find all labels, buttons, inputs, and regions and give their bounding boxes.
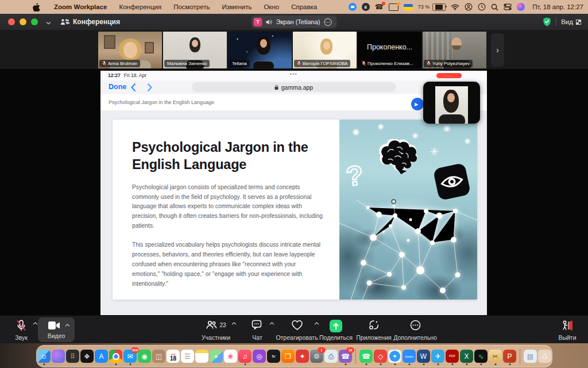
dock-icon-viber[interactable]: ☎18 (339, 350, 352, 363)
security-shield-icon[interactable] (543, 17, 551, 26)
participants-button[interactable]: 23 Участники (194, 316, 238, 344)
dock-icon-powerpoint[interactable]: P (503, 350, 516, 363)
participant-name-pill: Yuriy Polyezhayev (424, 60, 473, 67)
participant-tile[interactable]: Yuriy Polyezhayev (423, 32, 486, 68)
dock-icon-minimized-window[interactable]: ▤ (524, 350, 537, 363)
dock-icon-excel[interactable]: X (460, 350, 473, 363)
dock-icon-red-diamond-app[interactable]: ◇ (374, 350, 387, 363)
dock-icon-calendar[interactable]: 18 (167, 350, 180, 363)
dock-icon-printer[interactable]: ⎙ (324, 350, 338, 363)
control-center-icon[interactable] (504, 3, 512, 10)
dock-icon-whatsapp[interactable]: ☎ (359, 350, 373, 363)
running-indicator (466, 363, 467, 365)
dock-icon-settings[interactable]: ⚙1 (310, 350, 323, 363)
dock-icon-music[interactable]: ♫ (238, 350, 252, 363)
ipad-status-bar: 12:27Fri 18. Apr ••• (100, 71, 487, 80)
recent-items-icon[interactable] (478, 3, 486, 11)
dock-icon-apple-tv[interactable]: tv (267, 350, 280, 363)
share-screen-button[interactable]: Поделиться (318, 316, 354, 344)
wifi-icon[interactable] (451, 4, 459, 10)
forward-chevron-icon[interactable] (146, 83, 153, 92)
siri-icon[interactable] (517, 3, 525, 11)
participant-tile[interactable]: Tetiana (228, 32, 292, 68)
leave-button[interactable]: Выйти (552, 316, 582, 344)
dock-icon-facetime[interactable]: ◉ (138, 350, 151, 363)
camera-pip-overlay[interactable] (423, 82, 480, 124)
more-button[interactable]: Дополнительно (391, 316, 439, 344)
audio-button[interactable]: Звук (7, 316, 36, 344)
battery-icon[interactable] (432, 3, 446, 11)
dock-icon-zoom[interactable]: zoom (403, 350, 416, 363)
menu-window[interactable]: Окно (264, 3, 279, 10)
zoom-window-button[interactable] (31, 18, 38, 25)
dock-icon-app-store[interactable]: A (95, 350, 108, 363)
view-button[interactable]: Вид (561, 18, 581, 25)
ukraine-flag-keyboard-icon[interactable] (404, 4, 413, 10)
menu-help[interactable]: Справка (291, 3, 317, 10)
dock-icon-photos[interactable]: ❀ (224, 350, 237, 363)
minimize-window-button[interactable] (20, 18, 26, 25)
address-bar[interactable]: gamma.app (192, 82, 396, 92)
collapse-chevron-icon[interactable] (46, 17, 51, 27)
react-button[interactable]: Отреагировать (273, 316, 320, 344)
dock-icon-finder[interactable]: ☺ (37, 350, 51, 363)
dock-icon-acrobat[interactable]: PDF (446, 350, 459, 363)
back-chevron-icon[interactable] (130, 83, 137, 92)
spotlight-search-icon[interactable] (491, 3, 498, 11)
dock-icon-safari[interactable]: ✦ (388, 350, 401, 363)
share-options-icon[interactable] (323, 18, 332, 26)
participant-name-pill: Мальвіна Заіченко (164, 60, 210, 67)
dock-icon-contacts[interactable]: ◫ (152, 350, 165, 363)
running-indicator (129, 363, 131, 365)
participant-tile[interactable]: Anna Brutman (98, 32, 162, 68)
menu-conference[interactable]: Конференция (119, 3, 161, 10)
video-button[interactable]: Видео (38, 317, 75, 342)
menu-edit[interactable]: Изменить (222, 3, 252, 10)
participant-tile-camera-off[interactable]: Прокопенко... Прокопенко Елизав... (358, 32, 421, 68)
participant-tile-active-speaker[interactable]: Мальвіна Заіченко (163, 32, 227, 68)
dock-icon-red-media-app[interactable]: ✦ (296, 350, 309, 363)
dock-icon-notes[interactable] (195, 350, 208, 363)
participants-caret[interactable] (231, 322, 237, 325)
zoom-status-icon[interactable] (349, 3, 357, 11)
shared-screen: 12:27Fri 18. Apr ••• Done gamma.app Psyc… (100, 71, 487, 315)
dock-icon-word[interactable]: W (417, 350, 430, 363)
participant-tile[interactable]: Вікторія ГОРЛАЧОВА (293, 32, 357, 68)
dock-icon-activity-monitor[interactable]: ∿ (474, 350, 488, 363)
dock-icon-siri[interactable] (52, 350, 65, 363)
dock-icon-chrome[interactable] (109, 350, 122, 363)
menu-zoom-workplace[interactable]: Zoom Workplace (54, 3, 107, 10)
chat-icon (252, 320, 263, 330)
dock-icon-unarchiver[interactable]: ✂ (489, 350, 502, 363)
close-window-button[interactable] (8, 18, 15, 25)
dock-icon-trash[interactable]: ♺ (538, 350, 551, 363)
menu-view[interactable]: Посмотреть (173, 3, 210, 10)
dock-icon-books[interactable]: ❐ (281, 350, 295, 363)
dock-icon-launchpad[interactable]: ⠿ (66, 350, 79, 363)
screen-mirroring-icon[interactable] (389, 3, 399, 11)
dock-icon-mail[interactable]: ✉209 (123, 350, 137, 363)
dock-icon-podcasts[interactable]: ◎ (253, 350, 266, 363)
menu-clock[interactable]: Пт, 18 апр. 12:27 (532, 3, 583, 10)
dock-icon-screens-app[interactable]: ❖ (80, 350, 94, 363)
video-options-caret[interactable] (65, 324, 70, 327)
zoom-toolbar: Звук Видео 23 Участники Чат (0, 315, 588, 344)
circle-6-status-icon[interactable]: 6 (362, 3, 370, 11)
brain-icon (377, 139, 420, 175)
sparkle-icon (430, 147, 439, 156)
chat-button[interactable]: Чат (243, 316, 271, 344)
apple-menu-icon[interactable] (33, 3, 40, 12)
participants-scroll-right-button[interactable]: › (491, 33, 504, 67)
dock-icon-maps[interactable]: ⌖ (210, 350, 223, 363)
done-button[interactable]: Done (109, 83, 126, 91)
apps-button[interactable]: Приложения (354, 316, 393, 344)
active-share-pill[interactable]: T Экран (Tetiana) (252, 16, 337, 28)
dock-icon-telegram[interactable]: ✈ (431, 350, 444, 363)
screen: Zoom Workplace Конференция Посмотреть Из… (0, 0, 588, 368)
battery-percent: 73 % (418, 4, 430, 10)
viber-status-icon[interactable]: ☎ (375, 3, 384, 12)
dock-icon-reminders[interactable]: ☰ (181, 350, 194, 363)
user-circle-icon[interactable] (465, 3, 473, 11)
camera-icon (48, 321, 60, 329)
present-play-button[interactable]: ▶ (411, 98, 424, 110)
